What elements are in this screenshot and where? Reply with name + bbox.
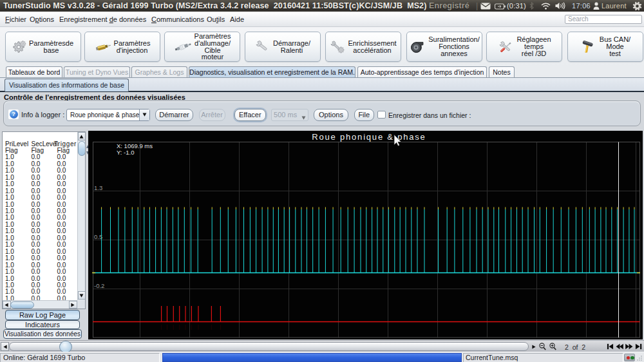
svg-text:-0.2: -0.2 xyxy=(94,282,104,289)
svg-text:Roue phonique & phase: Roue phonique & phase xyxy=(312,132,426,142)
svg-text:Y: -1.0: Y: -1.0 xyxy=(117,149,134,156)
svg-text:1.3: 1.3 xyxy=(94,184,102,191)
